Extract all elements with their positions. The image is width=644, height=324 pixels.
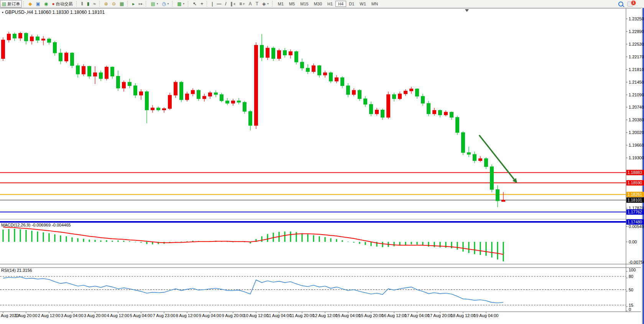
svg-text:1.22170: 1.22170 bbox=[629, 55, 644, 59]
new-chart-icon: ▤ bbox=[151, 1, 155, 7]
timeframe-m1-button[interactable]: M1 bbox=[275, 1, 286, 7]
svg-text:50: 50 bbox=[629, 288, 633, 292]
zoom-in-icon: ⊕ bbox=[104, 1, 108, 7]
cursor-icon: ↖ bbox=[193, 1, 197, 7]
bar-chart-icon: ‖ bbox=[81, 1, 83, 7]
svg-text:15: 15 bbox=[629, 303, 633, 307]
toolbar-separator bbox=[188, 1, 190, 7]
svg-text:-0.007562: -0.007562 bbox=[629, 260, 644, 264]
svg-text:1.17480: 1.17480 bbox=[628, 220, 642, 224]
periods-dropdown[interactable]: ◷▾ bbox=[160, 0, 171, 8]
toolbar-separator bbox=[172, 1, 174, 7]
svg-text:1.21090: 1.21090 bbox=[629, 93, 644, 97]
svg-text:8 Aug 12:00: 8 Aug 12:00 bbox=[176, 313, 199, 318]
toolbar: ▤新订单◆▣◉●自动交易‖▮≈⊕⊖▦▸↦▤▾◷▾▩▾↖+|—/∥E≡FAT◈▾M… bbox=[0, 0, 644, 8]
new-chart-dropdown[interactable]: ▤▾ bbox=[149, 0, 160, 8]
new-order-button[interactable]: ▤新订单 bbox=[0, 0, 22, 8]
templates-dropdown[interactable]: ▩▾ bbox=[175, 0, 186, 8]
timeframe-d1-button[interactable]: D1 bbox=[346, 1, 357, 7]
svg-text:0: 0 bbox=[629, 307, 631, 312]
autoscroll-button[interactable]: ▸ bbox=[130, 0, 136, 8]
svg-text:9 Aug 04:00: 9 Aug 04:00 bbox=[199, 313, 222, 318]
chevron-down-icon: ▾ bbox=[168, 2, 169, 5]
chevron-down-icon: ▾ bbox=[157, 2, 158, 5]
templates-icon: ▩ bbox=[177, 1, 181, 7]
icon-subscript: E bbox=[234, 3, 236, 5]
vertical-line-icon: | bbox=[212, 1, 213, 7]
fibonacci-button[interactable]: ≡F bbox=[237, 0, 246, 8]
new-order-icon: ▤ bbox=[2, 1, 6, 7]
toolbar-separator bbox=[99, 1, 101, 7]
horizontal-price-lines[interactable] bbox=[0, 172, 626, 222]
timeframe-m5-button[interactable]: M5 bbox=[286, 1, 297, 7]
svg-text:1.23250: 1.23250 bbox=[629, 17, 644, 21]
svg-text:17 Aug 04:00: 17 Aug 04:00 bbox=[405, 313, 430, 318]
signals-button[interactable]: ◉ bbox=[42, 0, 50, 8]
toolbar-separator bbox=[127, 1, 129, 7]
line-chart-icon: ≈ bbox=[93, 1, 96, 7]
data-window-button[interactable]: ▣ bbox=[34, 0, 42, 8]
text-label-button[interactable]: T bbox=[254, 0, 260, 8]
zoom-in-button[interactable]: ⊕ bbox=[102, 0, 110, 8]
svg-text:1.19660: 1.19660 bbox=[629, 143, 644, 147]
time-axis: Aug 20221 Aug 20:002 Aug 12:003 Aug 04:0… bbox=[1, 312, 498, 318]
tile-windows-button[interactable]: ▦ bbox=[118, 0, 126, 8]
trendline-button[interactable]: / bbox=[223, 0, 228, 8]
trendline-icon: / bbox=[225, 1, 226, 7]
svg-text:1.18261: 1.18261 bbox=[628, 192, 642, 197]
timeframe-mn-button[interactable]: MN bbox=[369, 1, 381, 7]
search-icon[interactable] bbox=[618, 2, 623, 7]
macd-pane[interactable]: MACD(12,26,9) -0.006969 -0.0044650.00549… bbox=[1, 223, 644, 264]
timeframe-h1-button[interactable]: H1 bbox=[325, 1, 335, 7]
timeframe-m30-button[interactable]: M30 bbox=[311, 1, 325, 7]
toolbar-separator bbox=[76, 1, 78, 7]
autotrading-button[interactable]: ●自动交易 bbox=[50, 0, 74, 8]
svg-text:100: 100 bbox=[629, 268, 636, 272]
timeframe-w1-button[interactable]: W1 bbox=[357, 1, 369, 7]
cursor-button[interactable]: ↖ bbox=[191, 0, 199, 8]
zoom-out-button[interactable]: ⊖ bbox=[110, 0, 118, 8]
text-button[interactable]: A bbox=[247, 0, 254, 8]
market-watch-icon: ◆ bbox=[28, 1, 32, 7]
svg-text:16 Aug 12:00: 16 Aug 12:00 bbox=[382, 313, 407, 318]
toolbar-separator bbox=[207, 1, 209, 7]
signals-icon: ◉ bbox=[44, 1, 48, 7]
channel-button[interactable]: ∥E bbox=[228, 0, 238, 8]
chart-canvas[interactable]: 1.232501.228901.225301.221701.218101.214… bbox=[0, 8, 644, 324]
horizontal-line-button[interactable]: — bbox=[215, 0, 223, 8]
shapes-icon: ◈ bbox=[262, 1, 266, 7]
svg-text:80: 80 bbox=[629, 274, 633, 279]
icon-subscript: F bbox=[243, 3, 245, 5]
timeframe-m15-button[interactable]: M15 bbox=[297, 1, 311, 7]
shapes-dropdown[interactable]: ◈▾ bbox=[260, 0, 271, 8]
bar-chart-button[interactable]: ‖ bbox=[79, 0, 85, 8]
chart-collapse-icon[interactable]: ▾ bbox=[2, 11, 3, 14]
svg-text:1.17762: 1.17762 bbox=[628, 210, 642, 214]
candlesticks[interactable] bbox=[2, 32, 505, 207]
text-icon: A bbox=[249, 1, 252, 7]
rsi-pane[interactable]: RSI(14) 21.31561008050150 bbox=[0, 268, 636, 312]
timeframe-h4-button[interactable]: H4 bbox=[335, 1, 346, 7]
chart-shift-marker bbox=[465, 9, 469, 12]
svg-text:0.00: 0.00 bbox=[629, 240, 637, 244]
svg-text:10 Aug 12:00: 10 Aug 12:00 bbox=[244, 313, 269, 318]
crosshair-icon: + bbox=[200, 1, 203, 7]
svg-text:11 Aug 04:00: 11 Aug 04:00 bbox=[267, 313, 291, 318]
chart-shift-button[interactable]: ↦ bbox=[136, 0, 144, 8]
svg-text:1 Aug 20:00: 1 Aug 20:00 bbox=[15, 313, 38, 318]
notifications-chat-icon[interactable]: 1 bbox=[627, 2, 633, 7]
notification-badge: 1 bbox=[631, 0, 636, 5]
chart-window-title: ▾ GBPUSD-,H4 1.18060 1.18330 1.18060 1.1… bbox=[2, 10, 105, 15]
crosshair-button[interactable]: + bbox=[199, 0, 205, 8]
line-chart-button[interactable]: ≈ bbox=[91, 0, 98, 8]
text-label-icon: T bbox=[256, 1, 258, 7]
svg-text:18 Aug 12:00: 18 Aug 12:00 bbox=[451, 313, 476, 318]
svg-text:1.22890: 1.22890 bbox=[629, 29, 644, 34]
market-watch-button[interactable]: ◆ bbox=[26, 0, 34, 8]
svg-text:17 Aug 20:00: 17 Aug 20:00 bbox=[428, 313, 453, 318]
horizontal-line-icon: — bbox=[217, 1, 221, 7]
svg-text:19 Aug 04:00: 19 Aug 04:00 bbox=[474, 313, 499, 318]
vertical-line-button[interactable]: | bbox=[210, 0, 215, 8]
candlestick-chart-button[interactable]: ▮ bbox=[85, 0, 92, 8]
svg-text:1.18883: 1.18883 bbox=[628, 170, 642, 175]
